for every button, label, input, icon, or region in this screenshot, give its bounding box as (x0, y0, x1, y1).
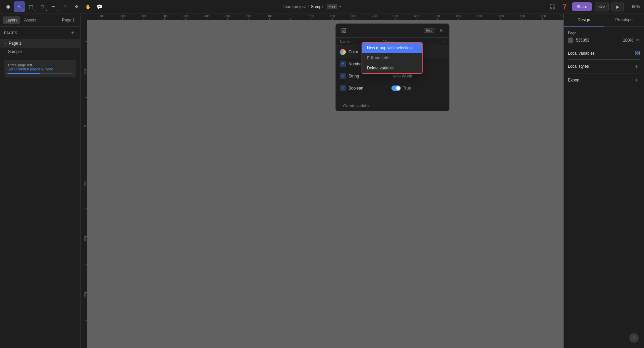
create-variable-button[interactable]: + Create variable (336, 101, 449, 111)
ruler-top-label: -200 (246, 14, 252, 18)
ruler-top-label: -500 (182, 14, 189, 18)
visibility-icon[interactable]: 👁 (636, 38, 640, 43)
number-variable-icon: # (340, 61, 346, 67)
ruler-top-tick (144, 18, 144, 20)
project-name: Team project (283, 4, 306, 9)
sidebar-tab-bar: Layers Assets Page 1 (0, 13, 80, 27)
ruler-top-tick (522, 18, 522, 20)
topbar-right: 🎧 ❓ Share </> ▶ 60% (517, 2, 644, 11)
page-tab[interactable]: Page 1 (59, 16, 77, 24)
svg-rect-0 (342, 28, 346, 30)
ruler-top-label: 700 (435, 14, 440, 18)
pages-label: Pages (4, 31, 17, 35)
ruler-top-tick (102, 18, 102, 20)
section-divider-2 (568, 59, 640, 60)
page-item-sample[interactable]: Sample (0, 48, 80, 56)
ruler-top-tick (375, 18, 375, 20)
select-tool-button[interactable]: ↖ ▾ (14, 1, 25, 12)
add-local-style-button[interactable]: + (633, 63, 640, 70)
ruler-top-tick (459, 18, 459, 20)
ruler-top-label: 1200 (539, 14, 546, 18)
shape-tool-button[interactable]: □ ▾ (37, 1, 48, 12)
frame-chevron-icon: ▾ (35, 9, 36, 11)
dropdown-chevron-icon: ▾ (339, 5, 341, 8)
component-tool-button[interactable]: ❖ (71, 1, 82, 12)
export-label: Export (568, 78, 580, 82)
headphones-icon-button[interactable]: 🎧 (548, 2, 557, 11)
context-menu-item-edit[interactable]: Edit variable (362, 53, 422, 63)
boolean-toggle[interactable] (391, 85, 401, 91)
code-button[interactable]: </> (595, 2, 609, 11)
page-color-swatch[interactable] (568, 38, 573, 43)
help-icon-button[interactable]: ❓ (560, 2, 569, 11)
page-item-page1[interactable]: ✓ Page 1 (0, 39, 80, 48)
ruler-top-tick (480, 18, 480, 20)
string-variable-value: Hello World (391, 74, 445, 78)
right-panel: Design Prototype Page 535353 100% 👁 Loca… (564, 13, 644, 348)
ruler-top-tick (164, 18, 165, 20)
upgrade-link[interactable]: Get unlimited pages & more (7, 67, 73, 71)
ruler-left-label: 400 (83, 236, 87, 241)
page-section-header: Page (568, 31, 640, 35)
canvas-area[interactable]: -1000-900-800-700-600-500-400-300-200-10… (80, 13, 564, 348)
variable-row-boolean[interactable]: ⊙ Boolean True (336, 82, 449, 94)
variables-panel-header: Beta ✕ (336, 24, 449, 38)
section-divider-3 (568, 73, 640, 73)
page-section-label: Page (568, 31, 577, 35)
ruler-top-tick (332, 18, 333, 20)
context-menu-item-new-group[interactable]: New group with selection (362, 43, 422, 53)
ruler-left-label: -200 (83, 69, 87, 75)
text-tool-button[interactable]: T (60, 1, 70, 12)
ruler-left-tick (85, 97, 87, 98)
tab-assets[interactable]: Assets (21, 16, 39, 24)
ruler-top-label: -100 (266, 14, 272, 18)
ruler-left-label: 200 (83, 181, 87, 186)
add-export-button[interactable]: + (633, 77, 640, 83)
tab-prototype[interactable]: Prototype (604, 13, 644, 26)
comment-tool-button[interactable]: 💬 (94, 1, 105, 12)
svg-rect-5 (636, 53, 637, 55)
page-color-value: 535353 (576, 38, 589, 43)
boolean-variable-icon: ⊙ (340, 85, 346, 91)
pen-tool-button[interactable]: ✒ ▾ (48, 1, 59, 12)
add-page-button[interactable]: + (69, 30, 76, 36)
select-icon: ↖ (17, 4, 21, 9)
ruler-top-tick (207, 18, 207, 20)
ruler-left-tick (85, 41, 87, 42)
panel-layout-icon-button[interactable] (340, 26, 348, 35)
main-layout: Layers Assets Page 1 Pages + ✓ Page 1 Sa… (0, 13, 644, 348)
close-variables-panel-button[interactable]: ✕ (437, 26, 445, 35)
ruler-left: -400-2000200400600800 (80, 13, 87, 348)
boolean-variable-value: True (391, 85, 445, 91)
pages-header: Pages + (0, 27, 80, 39)
tab-layers[interactable]: Layers (3, 16, 20, 24)
ruler-top: -1000-900-800-700-600-500-400-300-200-10… (80, 13, 564, 20)
pen-chevron-icon: ▾ (57, 9, 58, 11)
help-button[interactable]: ? (629, 333, 639, 343)
zoom-level[interactable]: 60% (627, 4, 640, 9)
color-variable-icon (340, 49, 346, 55)
context-menu-item-delete[interactable]: Delete variable (362, 63, 422, 73)
tab-design[interactable]: Design (564, 13, 604, 26)
local-styles-label: Local styles (568, 64, 589, 69)
ruler-top-label: -400 (204, 14, 210, 18)
figma-menu-button[interactable]: ◈ (3, 1, 13, 12)
frame-tool-button[interactable]: ⬚ ▾ (25, 1, 36, 12)
context-menu: New group with selection Edit variable D… (362, 43, 422, 73)
add-variable-button[interactable]: + (437, 40, 445, 44)
hand-tool-button[interactable]: ✋ (83, 1, 93, 12)
ruler-corner (80, 13, 87, 20)
free-pages-notice: 1 free page left. Get unlimited pages & … (4, 60, 76, 77)
svg-rect-3 (636, 51, 637, 53)
comment-icon: 💬 (97, 4, 102, 9)
string-variable-name: String (348, 74, 391, 78)
play-button[interactable]: ▶ (611, 2, 624, 11)
ruler-left-inner: -400-2000200400600800 (80, 13, 87, 348)
ruler-top-tick (500, 18, 501, 20)
share-button[interactable]: Share (572, 2, 592, 11)
local-variables-icon-button[interactable] (635, 51, 640, 56)
svg-rect-2 (344, 31, 346, 33)
ruler-top-label: 0 (290, 14, 291, 18)
right-panel-tabs: Design Prototype (564, 13, 644, 27)
sub-page-label: Sample (8, 49, 22, 54)
